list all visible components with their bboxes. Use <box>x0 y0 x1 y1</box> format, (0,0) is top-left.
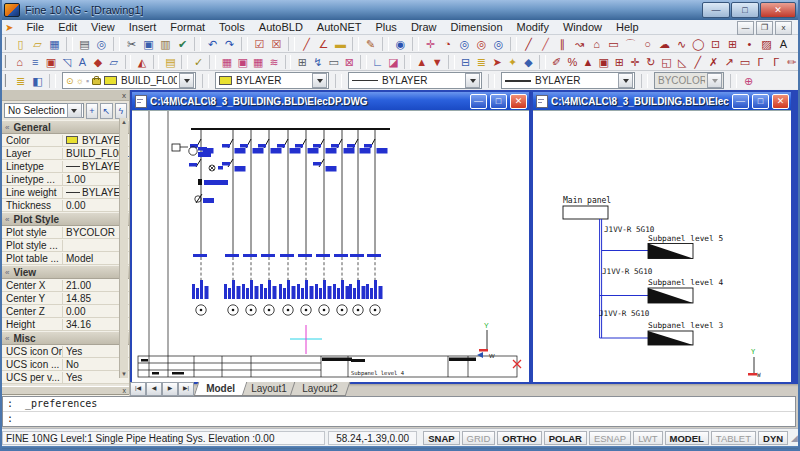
zoom-previous-icon[interactable]: ◎ <box>490 36 507 52</box>
match-properties-icon[interactable]: ✔ <box>174 36 191 52</box>
palette-close-icon[interactable]: x <box>122 91 126 100</box>
level-down-icon[interactable]: ▼ <box>429 54 445 70</box>
ellipse-icon[interactable]: ◯ <box>690 36 707 52</box>
edit-net-icon[interactable]: ↯ <box>310 54 326 70</box>
menu-draw[interactable]: Draw <box>404 20 444 35</box>
elecdd-canvas[interactable]: Main panel J1VV-R 5G10 J1VV-R 5G10 J1VV-… <box>533 110 791 378</box>
autobld-annotate-icon[interactable]: A <box>75 54 91 70</box>
mdi-restore-button[interactable]: ❐ <box>756 21 773 35</box>
spline-icon[interactable]: ∿ <box>673 36 690 52</box>
orbit-icon[interactable]: ◔ <box>439 36 456 52</box>
color-dropdown[interactable]: BYLAYER <box>215 72 329 89</box>
layer-translate-icon[interactable]: ☒ <box>268 36 285 52</box>
menu-autonet[interactable]: AutoNET <box>310 20 369 35</box>
splitter-close-icon[interactable]: x <box>123 387 127 394</box>
angle-line-icon[interactable]: ∠ <box>315 36 332 52</box>
elecdd-drawing[interactable]: Main panel J1VV-R 5G10 J1VV-R 5G10 J1VV-… <box>533 111 782 378</box>
level-up-icon[interactable]: ▲ <box>414 54 430 70</box>
paste-icon[interactable]: ▥ <box>157 36 174 52</box>
print-preview-icon[interactable]: ◎ <box>93 36 110 52</box>
autobld-opening-icon[interactable]: ▣ <box>43 54 59 70</box>
elecdd-restore-button[interactable]: □ <box>752 94 769 109</box>
move-icon[interactable]: ✛ <box>627 54 643 70</box>
main-feeder-symbols[interactable] <box>172 144 228 203</box>
zoom-window-icon[interactable]: ◎ <box>473 36 490 52</box>
make-block-icon[interactable]: ⊞ <box>724 36 741 52</box>
net-grid-3-icon[interactable]: ▦ <box>250 54 266 70</box>
color-dropdown-arrow[interactable] <box>312 73 327 88</box>
autobld-roof-icon[interactable]: ◹ <box>59 54 75 70</box>
check-drawing-icon[interactable]: ✓ <box>191 54 207 70</box>
redo-icon[interactable]: ↷ <box>221 36 238 52</box>
toolbar-grip[interactable] <box>4 55 9 68</box>
array-icon[interactable]: ⊞ <box>612 54 628 70</box>
text-icon[interactable]: A <box>775 36 792 52</box>
construction-line-icon[interactable]: ╱ <box>537 36 554 52</box>
drawing-sheet-icon[interactable]: ▤ <box>162 54 178 70</box>
linetype-dropdown-arrow[interactable] <box>465 73 480 88</box>
tab-layout2[interactable]: Layout2 <box>290 382 350 396</box>
autobld-site-icon[interactable]: ▱ <box>106 54 122 70</box>
toggle-dyn[interactable]: DYN <box>758 431 788 445</box>
toggle-grid[interactable]: GRID <box>462 431 496 445</box>
section-view[interactable]: « View <box>2 265 129 279</box>
toolbar-grip[interactable] <box>4 74 9 87</box>
zoom-realtime-icon[interactable]: ◎ <box>456 36 473 52</box>
selection-dropdown[interactable]: No Selection <box>4 103 84 118</box>
toggle-ortho[interactable]: ORTHO <box>497 431 541 445</box>
corner-icon[interactable]: ∟ <box>370 54 386 70</box>
autobld-building-icon[interactable]: ⌂ <box>12 54 28 70</box>
stretch-icon[interactable]: ◺ <box>674 54 690 70</box>
layer-previous-icon[interactable]: ◧ <box>29 73 46 89</box>
extend-icon[interactable]: ↗ <box>721 54 737 70</box>
linetype-dropdown[interactable]: BYLAYER <box>348 72 482 89</box>
line-icon[interactable]: ╱ <box>520 36 537 52</box>
circle-icon[interactable]: ○ <box>639 36 656 52</box>
section-plot-style[interactable]: « Plot Style <box>2 212 129 226</box>
riser-cable[interactable] <box>600 219 648 338</box>
multiline-icon[interactable]: ∥ <box>554 36 571 52</box>
point-icon[interactable]: • <box>741 36 758 52</box>
toggle-esnap[interactable]: ESNAP <box>589 431 631 445</box>
palette-header[interactable]: x <box>2 90 129 101</box>
autobld-wall-icon[interactable]: ≡ <box>27 54 43 70</box>
break-icon[interactable]: ▭ <box>737 54 753 70</box>
menu-modify[interactable]: Modify <box>510 20 556 35</box>
arc-icon[interactable]: ⌒ <box>622 36 639 52</box>
layer-dropdown[interactable]: ⊙ ☼ ▪ BUILD_FL001_US <box>62 72 196 89</box>
cell-icon[interactable]: ⊠ <box>342 54 358 70</box>
menu-plus[interactable]: Plus <box>368 20 403 35</box>
section-misc[interactable]: « Misc <box>2 331 129 345</box>
elecdp-title-bar[interactable]: C:\4M\CALC\8_3_BUILDING.BLD\ElecDP.DWG —… <box>132 92 529 110</box>
save-icon[interactable]: ▦ <box>46 36 63 52</box>
toggle-tablet[interactable]: TABLET <box>711 431 756 445</box>
table-icon[interactable]: ⊞ <box>294 54 310 70</box>
net-grid-4-icon[interactable]: ≋ <box>266 54 282 70</box>
scale-icon[interactable]: ◱ <box>659 54 675 70</box>
print-icon[interactable]: ▤ <box>76 36 93 52</box>
selection-dropdown-arrow[interactable] <box>67 103 82 118</box>
view-3d-icon[interactable]: ◭ <box>134 54 150 70</box>
autobld-room-icon[interactable]: ◆ <box>90 54 106 70</box>
open-icon[interactable]: ▱ <box>29 36 46 52</box>
tab-model[interactable]: Model <box>194 382 247 396</box>
lineweight-dropdown-arrow[interactable] <box>618 73 633 88</box>
chamfer-icon[interactable]: Γ <box>768 54 784 70</box>
mdi-close-button[interactable]: x <box>775 21 792 35</box>
polar-line-icon[interactable]: ╱ <box>298 36 315 52</box>
tab-nav-first[interactable]: |◀ <box>130 382 146 396</box>
lineweight-dropdown[interactable]: BYLAYER <box>501 72 635 89</box>
main-panel-symbol[interactable] <box>563 206 608 219</box>
set-object-layer-icon[interactable]: ⊕ <box>740 73 757 89</box>
undo-icon[interactable]: ↶ <box>204 36 221 52</box>
insert-block-icon[interactable]: ⊡ <box>707 36 724 52</box>
mdi-minimize-button[interactable]: — <box>737 21 754 35</box>
subpanel-symbol-level5[interactable] <box>648 244 693 259</box>
ruler-icon[interactable]: ▬ <box>332 36 349 52</box>
mirror-icon[interactable]: ▲ <box>580 54 596 70</box>
tab-nav-last[interactable]: ▶| <box>178 382 194 396</box>
layer-stack-icon[interactable]: ≣ <box>473 54 489 70</box>
maximize-button[interactable]: □ <box>731 2 759 18</box>
save-set-icon[interactable]: ◆ <box>521 54 537 70</box>
offset-icon[interactable]: ▣ <box>596 54 612 70</box>
